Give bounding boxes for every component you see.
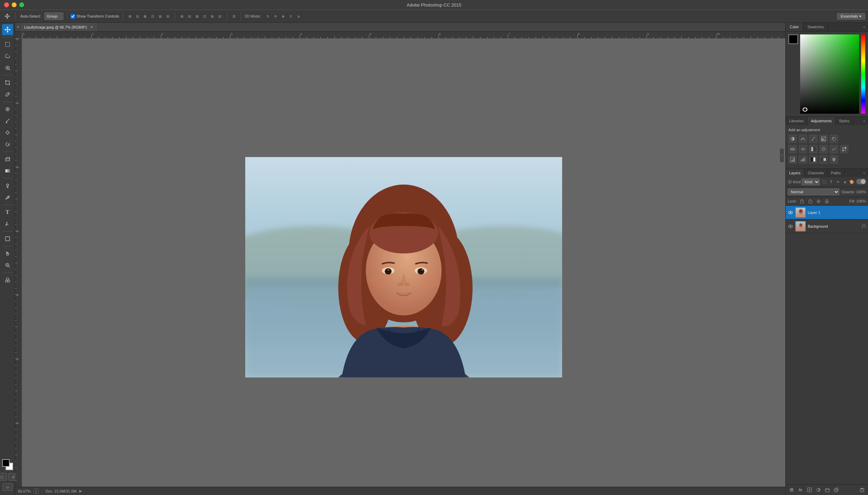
layer-mask-btn[interactable]	[806, 486, 813, 494]
path-select-tool[interactable]	[2, 218, 13, 229]
show-transform-input[interactable]	[71, 14, 75, 19]
gradient-map-adj[interactable]	[819, 155, 828, 164]
doc-tab-close-icon[interactable]: ✕	[89, 25, 94, 29]
threshold-adj[interactable]	[809, 155, 817, 164]
standard-mode-btn[interactable]: ◻	[0, 473, 7, 481]
window-controls[interactable]	[4, 2, 24, 7]
fill-value[interactable]: 100%	[856, 199, 866, 203]
vibrance-adj[interactable]	[830, 135, 838, 143]
exposure-adj[interactable]	[819, 135, 828, 143]
extra-options-icon[interactable]: ☰	[230, 13, 237, 20]
crop-tool[interactable]	[2, 77, 13, 88]
align-center-h-icon[interactable]: ⊟	[134, 13, 141, 20]
dist-center-v-icon[interactable]: ⊞	[209, 13, 216, 20]
layer-adjustment-btn[interactable]	[815, 486, 822, 494]
swatches-tab[interactable]: Swatches	[803, 23, 828, 31]
dist-right-icon[interactable]: ⊠	[194, 13, 200, 20]
blend-mode-dropdown[interactable]: Normal	[788, 188, 839, 195]
dist-top-icon[interactable]: ⊡	[201, 13, 208, 20]
layer-link-btn[interactable]	[788, 486, 795, 494]
3d-slide-icon[interactable]: ⇕	[287, 13, 294, 20]
dist-center-h-icon[interactable]: ⊟	[186, 13, 193, 20]
align-center-v-icon[interactable]: ⊞	[157, 13, 164, 20]
styles-tab[interactable]: Styles	[836, 117, 853, 125]
foreground-color-swatch[interactable]	[2, 459, 10, 467]
3d-rotate-icon[interactable]: ↻	[265, 13, 271, 20]
history-brush-tool[interactable]	[2, 139, 13, 150]
color-tab[interactable]: Color	[786, 23, 803, 31]
shape-tool[interactable]	[2, 233, 13, 244]
minimize-button[interactable]	[12, 2, 17, 7]
document-tab[interactable]: LiquifyImage.jpeg @ 66.7% (RGB/8*) ✕	[21, 23, 98, 31]
move-tool[interactable]	[2, 24, 13, 35]
dist-bottom-icon[interactable]: ⊟	[216, 13, 223, 20]
3d-roll-icon[interactable]: ⟳	[272, 13, 279, 20]
gradient-tool[interactable]	[2, 165, 13, 176]
marquee-tool[interactable]	[2, 39, 13, 50]
layer-1-visibility[interactable]	[788, 210, 793, 215]
maximize-button[interactable]	[19, 2, 24, 7]
lock-all-btn[interactable]	[824, 198, 830, 204]
hand-tool[interactable]	[2, 248, 13, 259]
background-visibility[interactable]	[788, 224, 793, 229]
layers-expand-icon[interactable]: «	[860, 169, 868, 177]
delete-layer-btn[interactable]	[858, 486, 866, 494]
zoom-tool[interactable]	[2, 260, 13, 271]
auto-select-dropdown[interactable]: Group	[44, 12, 63, 20]
dist-left-icon[interactable]: ⊞	[178, 13, 185, 20]
invert-adj[interactable]	[788, 155, 797, 164]
foreground-color-picker[interactable]	[788, 34, 798, 44]
screen-mode-btn[interactable]: ▭	[2, 483, 13, 491]
filter-text-icon[interactable]: T	[828, 179, 834, 185]
brush-tool[interactable]	[2, 115, 13, 126]
filter-color-icon[interactable]: 🎨	[849, 179, 855, 185]
dodge-tool[interactable]	[2, 180, 13, 191]
type-tool[interactable]: T	[2, 207, 13, 218]
panel-collapse-button[interactable]: «	[780, 148, 784, 162]
pen-tool[interactable]	[2, 192, 13, 203]
layer-fx-btn[interactable]: fx	[797, 486, 804, 494]
hue-saturation-adj[interactable]	[788, 145, 797, 153]
paths-tab[interactable]: Paths	[828, 169, 845, 177]
layer-item-1[interactable]: Layer 1	[786, 206, 868, 219]
filter-toggle[interactable]	[856, 179, 866, 185]
black-white-adj[interactable]	[809, 145, 817, 153]
show-transform-checkbox[interactable]: Show Transform Controls	[71, 14, 119, 19]
filter-smart-icon[interactable]: ◈	[842, 179, 848, 185]
align-bottom-icon[interactable]: ⊟	[164, 13, 171, 20]
eraser-tool[interactable]	[2, 154, 13, 165]
status-arrow-btn[interactable]: ▶	[79, 489, 82, 493]
adjustments-tab[interactable]: Adjustments	[807, 117, 836, 125]
levels-adj[interactable]	[799, 135, 807, 143]
workspace-selector[interactable]: Essentials ▾	[837, 13, 865, 20]
filter-path-icon[interactable]: ✒	[835, 179, 841, 185]
3d-scale-icon[interactable]: ⇲	[295, 13, 302, 20]
color-gradient-picker[interactable]	[800, 34, 865, 114]
layer-item-background[interactable]: Background	[786, 219, 868, 233]
status-info-icon[interactable]	[33, 488, 39, 494]
canvas-viewport[interactable]	[22, 39, 785, 487]
layers-tab[interactable]: Layers	[786, 169, 804, 177]
lock-image-btn[interactable]	[807, 198, 813, 204]
curves-adj[interactable]	[809, 135, 817, 143]
3d-material-tool[interactable]	[2, 275, 13, 286]
clone-tool[interactable]	[2, 127, 13, 138]
layer-group-btn[interactable]	[824, 486, 831, 494]
eyedropper-tool[interactable]	[2, 89, 13, 100]
tab-left-close[interactable]: ✕	[15, 25, 21, 29]
align-top-icon[interactable]: ⊡	[149, 13, 156, 20]
brightness-contrast-adj[interactable]	[788, 135, 797, 143]
filter-pixel-icon[interactable]: ⬛	[821, 179, 827, 185]
align-left-icon[interactable]: ⊞	[126, 13, 133, 20]
close-button[interactable]	[4, 2, 9, 7]
selective-color-adj[interactable]	[830, 155, 838, 164]
lasso-tool[interactable]	[2, 51, 13, 62]
adjustments-expand-icon[interactable]: «	[860, 117, 868, 125]
color-lookup-adj[interactable]	[840, 145, 848, 153]
lock-position-btn[interactable]	[815, 198, 822, 204]
3d-pan-icon[interactable]: ⊕	[280, 13, 287, 20]
new-layer-btn[interactable]	[833, 486, 840, 494]
color-panel-expand[interactable]: «	[860, 23, 868, 31]
quick-select-tool[interactable]	[2, 62, 13, 73]
channels-tab[interactable]: Channels	[804, 169, 827, 177]
